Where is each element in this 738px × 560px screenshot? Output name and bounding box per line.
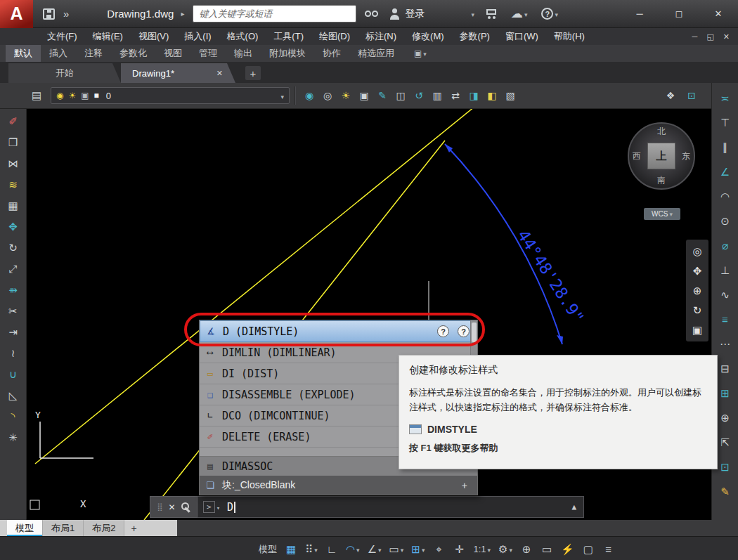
sign-in-caret-icon[interactable]: [470, 8, 474, 19]
grid-display-toggle[interactable]: ▦: [282, 540, 300, 557]
command-input-value[interactable]: D: [227, 501, 233, 514]
command-input[interactable]: > D ▲: [198, 496, 584, 518]
pan-tool[interactable]: ✥: [693, 266, 702, 276]
erase-tool[interactable]: ✐: [4, 113, 22, 129]
doc-restore-button[interactable]: ◱: [706, 32, 713, 41]
menu-item[interactable]: 帮助(H): [546, 28, 593, 45]
layer-lock-tool[interactable]: ▣: [356, 87, 373, 104]
layer-color-swatch[interactable]: ■: [94, 91, 99, 100]
mirror-tool[interactable]: ⋈: [4, 155, 22, 171]
scale-tool[interactable]: ⤢: [4, 261, 22, 276]
polar-tracking-toggle[interactable]: ◠: [343, 540, 363, 557]
cloud-share-icon[interactable]: ☁: [511, 8, 523, 20]
orbit-tool[interactable]: ↻: [693, 305, 702, 315]
join-tool[interactable]: ∪: [4, 366, 22, 382]
clean-screen-toggle[interactable]: ▢: [579, 540, 597, 557]
view-cube[interactable]: 北 南 西 东 上: [628, 122, 695, 190]
ribbon-tab-view[interactable]: 视图: [155, 45, 190, 62]
dim-arc-length-tool[interactable]: ◠: [716, 188, 734, 204]
help-icon[interactable]: ?: [541, 8, 553, 20]
window-maximize-button[interactable]: ◻: [659, 0, 699, 28]
fillet-tool[interactable]: ◝: [4, 408, 22, 424]
menu-item[interactable]: 窗口(W): [498, 28, 546, 45]
sign-in-button[interactable]: 登录: [405, 8, 425, 20]
dim-edit-tool[interactable]: ✎: [716, 483, 734, 499]
layout-tab-layout2[interactable]: 布局2: [84, 520, 124, 536]
dim-baseline-tool[interactable]: ≡: [716, 311, 734, 327]
layer-off-tool[interactable]: ◉: [301, 87, 318, 104]
viewcube-west-label[interactable]: 西: [633, 150, 641, 162]
thaw-all-layers-tool[interactable]: ▧: [502, 87, 519, 104]
navigation-wheel-tool[interactable]: ◎: [692, 246, 701, 256]
dim-space-tool[interactable]: ⊞: [716, 385, 734, 401]
layer-lock-icon[interactable]: ▣: [81, 91, 89, 100]
layer-merge-tool[interactable]: ◨: [465, 87, 482, 104]
file-tab-drawing1[interactable]: Drawing1* ✕: [121, 63, 235, 83]
new-layout-button[interactable]: +: [124, 520, 143, 536]
layer-isolate-tool[interactable]: ◎: [319, 87, 336, 104]
layer-dropdown-caret-icon[interactable]: [279, 91, 284, 101]
menu-item[interactable]: 修改(M): [404, 28, 452, 45]
extend-tool[interactable]: ⇥: [4, 324, 22, 339]
command-dock-handle[interactable]: ⣿ ✕: [150, 496, 198, 518]
model-space-toggle[interactable]: 模型: [256, 540, 280, 557]
ribbon-tab-featured[interactable]: 精选应用: [349, 45, 403, 62]
doc-close-button[interactable]: ✕: [723, 32, 730, 41]
isometric-drafting-toggle[interactable]: ∠: [365, 540, 384, 557]
ribbon-tab-annotate[interactable]: 注释: [76, 45, 111, 62]
menu-item[interactable]: 视图(V): [131, 28, 176, 45]
layout-tab-layout1[interactable]: 布局1: [43, 520, 84, 536]
doc-minimize-button[interactable]: ─: [692, 32, 698, 41]
cloud-share-caret-icon[interactable]: [523, 8, 528, 19]
menu-item[interactable]: 格式(O): [219, 28, 266, 45]
block-expand-icon[interactable]: +: [462, 480, 467, 491]
ribbon-tab-addins[interactable]: 附加模块: [261, 45, 314, 62]
annotation-scale-button[interactable]: 1:1: [470, 540, 493, 557]
match-layer-tool[interactable]: ◫: [392, 87, 409, 104]
save-icon[interactable]: [43, 8, 55, 20]
center-mark-tool[interactable]: ⊕: [716, 410, 734, 425]
osnap-tracking-toggle[interactable]: ▭: [387, 540, 407, 557]
copy-tool[interactable]: ❐: [4, 134, 22, 150]
ribbon-collapse-button[interactable]: ▣: [414, 45, 427, 62]
multileader-tool[interactable]: ⇱: [716, 434, 734, 450]
menu-item[interactable]: 文件(F): [39, 28, 85, 45]
command-help-search-icon[interactable]: ?: [458, 325, 470, 337]
group-tool[interactable]: ❖: [662, 87, 679, 104]
layer-walk-tool[interactable]: ⇄: [447, 87, 464, 104]
app-menu-button[interactable]: A: [0, 0, 33, 28]
quick-properties-toggle[interactable]: ▭: [538, 540, 556, 557]
dim-radius-tool[interactable]: ⊙: [716, 213, 734, 228]
dim-jogged-tool[interactable]: ∿: [716, 287, 734, 302]
ortho-mode-toggle[interactable]: ∟: [323, 540, 341, 557]
recent-commands-caret-icon[interactable]: [215, 502, 220, 512]
annotation-visibility-toggle[interactable]: ⌖: [429, 540, 448, 557]
menu-item[interactable]: 工具(T): [266, 28, 311, 45]
command-close-button[interactable]: ✕: [169, 502, 176, 512]
ribbon-tab-manage[interactable]: 管理: [190, 45, 226, 62]
annotation-monitor-toggle[interactable]: ⊕: [517, 540, 536, 557]
make-current-layer-tool[interactable]: ✎: [374, 87, 391, 104]
viewcube-north-label[interactable]: 北: [657, 126, 666, 138]
layer-state-tool[interactable]: ▥: [429, 87, 446, 104]
measure-tool[interactable]: ⊡: [683, 87, 700, 104]
recent-commands-icon[interactable]: >: [203, 501, 215, 513]
explode-tool[interactable]: ✳: [4, 429, 22, 445]
rotate-tool[interactable]: ↻: [4, 240, 22, 255]
dim-linear-tool[interactable]: ⊤: [716, 115, 734, 130]
angular-dimension-arc[interactable]: [445, 144, 562, 344]
menu-item[interactable]: 编辑(E): [85, 28, 131, 45]
recent-docs-caret-icon[interactable]: ▸: [181, 10, 184, 18]
snap-mode-toggle[interactable]: ⠿: [302, 540, 321, 557]
object-snap-toggle[interactable]: ⊞: [408, 540, 427, 557]
move-tool[interactable]: ✥: [4, 219, 22, 234]
dim-angular-tool[interactable]: ∠: [716, 164, 734, 179]
break-tool[interactable]: ≀: [4, 345, 22, 360]
zoom-tool[interactable]: ⊕: [693, 285, 702, 296]
dim-continue-tool[interactable]: ⋯: [716, 336, 734, 351]
autocomplete-block-closedblank[interactable]: ❏ 块:_ClosedBlank +: [200, 476, 477, 495]
stretch-tool[interactable]: ⇻: [4, 282, 22, 297]
annotation-autoscale-toggle[interactable]: ✛: [450, 540, 468, 557]
command-help-icon[interactable]: ?: [437, 325, 449, 337]
command-history-expand-button[interactable]: ▲: [571, 502, 576, 512]
